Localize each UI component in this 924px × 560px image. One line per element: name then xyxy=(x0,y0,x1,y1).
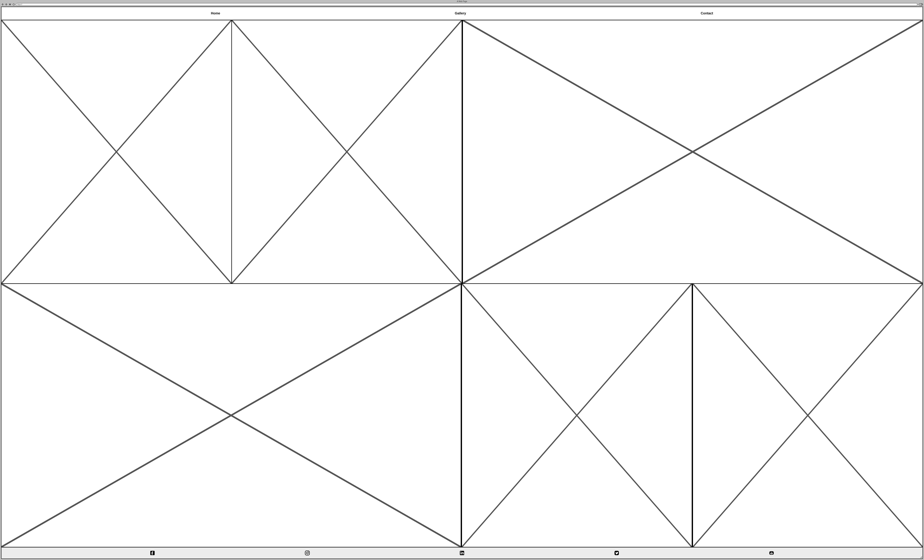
back-button[interactable] xyxy=(1,3,4,6)
youtube-icon: YouTube xyxy=(769,550,774,556)
svg-text:You: You xyxy=(771,552,772,553)
facebook-link[interactable] xyxy=(150,550,155,556)
image-placeholder[interactable] xyxy=(461,284,692,547)
svg-rect-17 xyxy=(460,553,461,554)
main-nav: Home Gallery Contact xyxy=(2,7,922,20)
window-title: A Web Page xyxy=(0,0,924,3)
nav-home[interactable]: Home xyxy=(211,12,220,15)
placeholder-x-icon xyxy=(2,284,461,547)
placeholder-x-icon xyxy=(232,20,462,283)
twitter-link[interactable] xyxy=(614,550,619,556)
nav-contact[interactable]: Contact xyxy=(701,12,713,15)
stop-button[interactable] xyxy=(9,3,12,6)
svg-point-14 xyxy=(306,552,308,554)
svg-point-18 xyxy=(460,551,461,552)
placeholder-x-icon xyxy=(2,20,231,283)
url-input[interactable]: https:// xyxy=(16,3,917,6)
instagram-icon xyxy=(305,550,310,556)
home-icon xyxy=(12,3,15,6)
image-placeholder[interactable] xyxy=(692,284,923,547)
footer: YouTube xyxy=(2,547,922,559)
youtube-link[interactable]: YouTube xyxy=(769,550,774,556)
instagram-link[interactable] xyxy=(305,550,310,556)
svg-point-15 xyxy=(308,551,309,552)
gallery-row-1 xyxy=(2,20,922,284)
resize-grip-icon xyxy=(920,556,922,558)
linkedin-icon xyxy=(459,550,465,556)
placeholder-x-icon xyxy=(693,284,923,547)
home-button[interactable] xyxy=(12,3,15,6)
browser-chrome: A Web Page https:// xyxy=(0,0,924,7)
stop-x-icon xyxy=(9,3,11,6)
svg-line-26 xyxy=(922,558,922,558)
forward-arrow-icon xyxy=(5,3,8,6)
loading-indicator xyxy=(919,3,923,6)
back-arrow-icon xyxy=(1,3,4,6)
svg-text:Tube: Tube xyxy=(770,553,772,554)
facebook-icon xyxy=(150,550,155,556)
image-placeholder[interactable] xyxy=(462,20,922,283)
placeholder-x-icon xyxy=(462,284,692,547)
svg-rect-13 xyxy=(305,551,309,555)
image-placeholder[interactable] xyxy=(2,284,461,547)
browser-toolbar: https:// xyxy=(0,3,924,6)
page-viewport: Home Gallery Contact xyxy=(1,7,923,559)
placeholder-x-icon xyxy=(463,20,922,283)
image-placeholder[interactable] xyxy=(232,20,462,283)
linkedin-link[interactable] xyxy=(459,550,465,556)
nav-gallery[interactable]: Gallery xyxy=(455,12,466,15)
gallery-row-2 xyxy=(2,284,922,547)
gallery-grid xyxy=(2,20,922,547)
twitter-icon xyxy=(614,550,619,556)
image-placeholder[interactable] xyxy=(2,20,232,283)
forward-button[interactable] xyxy=(5,3,8,6)
